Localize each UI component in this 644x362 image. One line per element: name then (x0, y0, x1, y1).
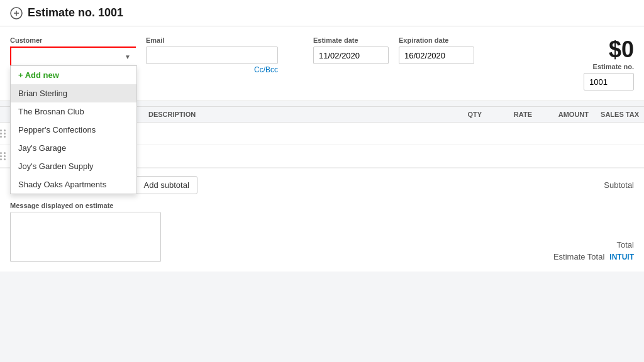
date-fields-area: Estimate date Expiration date (313, 36, 474, 64)
estimate-total-row: Estimate Total INTUIT (553, 252, 634, 261)
qty-col-header: QTY (443, 111, 487, 118)
dropdown-item-shady-oaks[interactable]: Shady Oaks Apartments (11, 175, 136, 194)
desc-cell-2 (146, 149, 443, 163)
email-label: Email (146, 36, 278, 44)
amount-input-1[interactable] (537, 126, 589, 141)
amount-cell-2 (537, 149, 594, 163)
customer-dropdown-menu: + Add new Brian Sterling The Brosnan Clu… (10, 65, 137, 194)
expiration-date-label: Expiration date (399, 36, 474, 44)
dropdown-item-peppers-confections[interactable]: Pepper's Confections (11, 121, 136, 139)
total-label: Total (617, 240, 634, 250)
totals-area: Total Estimate Total INTUIT (553, 240, 634, 264)
email-field-group: Email Cc/Bcc (146, 36, 278, 74)
dropdown-item-jays-garage[interactable]: Jay's Garage (11, 139, 136, 157)
dropdown-item-joys-garden-supply[interactable]: Joy's Garden Supply (11, 157, 136, 175)
message-group: Message displayed on estimate (10, 202, 634, 264)
estimate-date-group: Estimate date (313, 36, 389, 64)
desc-cell-1 (146, 126, 443, 141)
add-subtotal-button[interactable]: Add subtotal (136, 176, 197, 194)
page-header: Estimate no. 1001 (0, 0, 644, 26)
cc-bcc-link[interactable]: Cc/Bcc (146, 65, 278, 74)
estimate-total-label: Estimate Total (553, 252, 604, 261)
expiration-date-input[interactable] (399, 47, 474, 64)
customer-field-group: Customer ▼ + Add new Brian Sterling The … (10, 36, 136, 67)
rate-cell-1 (487, 126, 537, 141)
expiration-date-group: Expiration date (399, 36, 474, 64)
qty-cell-2 (443, 149, 487, 163)
subtotal-label: Subtotal (604, 180, 634, 190)
form-area: Customer ▼ + Add new Brian Sterling The … (0, 26, 644, 101)
add-new-item[interactable]: + Add new (11, 66, 136, 84)
rate-input-2[interactable] (487, 149, 532, 163)
estimate-no-label: Estimate no. (593, 63, 634, 70)
desc-col-header: DESCRIPTION (146, 111, 443, 118)
dropdown-item-brosnan-club[interactable]: The Brosnan Club (11, 102, 136, 121)
tax-input-1[interactable] (594, 126, 639, 141)
qty-input-1[interactable] (443, 126, 482, 141)
amount-col-header: AMOUNT (537, 111, 594, 118)
tax-col-header: SALES TAX (594, 111, 644, 118)
message-label: Message displayed on estimate (10, 202, 634, 209)
tax-input-2[interactable] (594, 149, 639, 163)
amount-input-2[interactable] (537, 149, 589, 163)
rate-col-header: RATE (487, 111, 537, 118)
customer-input-wrapper: ▼ + Add new Brian Sterling The Brosnan C… (10, 47, 136, 67)
qty-cell-1 (443, 126, 487, 141)
estimate-amount-display: $0 (609, 36, 634, 63)
rate-cell-2 (487, 149, 537, 163)
intuit-branding: INTUIT (609, 253, 634, 261)
amount-cell-1 (537, 126, 594, 141)
estimate-no-input[interactable] (584, 73, 634, 90)
tax-cell-2 (594, 149, 644, 163)
dropdown-item-brian-sterling[interactable]: Brian Sterling (11, 84, 136, 102)
qty-input-2[interactable] (443, 149, 482, 163)
email-input[interactable] (146, 47, 278, 64)
desc-input-2[interactable] (148, 149, 443, 163)
estimate-icon (10, 7, 23, 19)
estimate-date-input[interactable] (313, 47, 389, 64)
message-textarea[interactable] (10, 212, 161, 262)
page-title: Estimate no. 1001 (28, 6, 123, 19)
tax-cell-1 (594, 126, 644, 141)
estimate-date-label: Estimate date (313, 36, 389, 44)
estimate-number-area: $0 Estimate no. (584, 36, 634, 90)
customer-label: Customer (10, 36, 136, 44)
total-row: Total (553, 240, 634, 250)
desc-input-1[interactable] (148, 126, 443, 141)
customer-input[interactable] (11, 48, 136, 65)
rate-input-1[interactable] (487, 126, 532, 141)
